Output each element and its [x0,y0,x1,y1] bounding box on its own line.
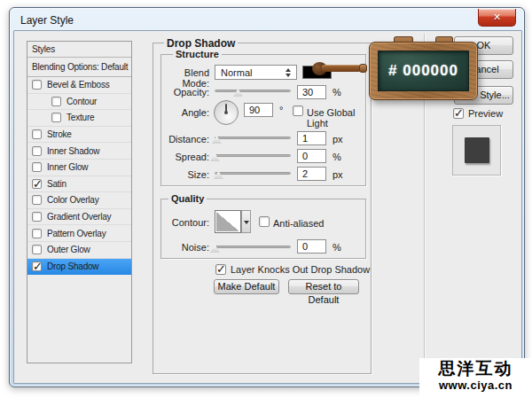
titlebar[interactable]: Layer Style ✕ [10,8,524,30]
spread-slider-track[interactable] [215,154,291,157]
quality-group: Quality Contour: Anti-aliased Noise: 0 % [160,199,366,259]
distance-unit: px [332,134,343,144]
screenshot-stage: Layer Style ✕ Styles Blending Options: D… [0,0,532,398]
spread-input[interactable]: 0 [297,149,326,163]
panel-title: Drop Shadow [164,37,238,50]
paintbrush-handle [322,65,362,72]
chalkboard-surface: # 000000 [378,51,469,91]
sidebar-item-inner-glow[interactable]: Inner Glow [27,160,131,176]
opacity-label: Opacity: [161,87,209,98]
sidebar-item-stroke[interactable]: Stroke [27,127,131,144]
use-global-light-checkbox[interactable] [293,105,303,116]
knockout-row: Layer Knocks Out Drop Shadow [215,264,370,275]
distance-input[interactable]: 1 [297,131,326,145]
sidebar-item-outer-glow[interactable]: Outer Glow [27,242,131,259]
contour-dropdown-arrow[interactable] [241,210,251,233]
watermark-url: www.ciya.cn [419,378,532,392]
size-unit: px [332,169,343,180]
noise-input[interactable]: 0 [297,239,326,254]
spread-label: Spread: [161,152,209,162]
opacity-input[interactable]: 30 [297,85,326,99]
angle-label: Angle: [161,107,209,118]
sidebar-item-color-overlay[interactable]: Color Overlay [27,192,131,209]
sidebar-item-contour[interactable]: Contour [27,94,131,111]
checkbox-pattern-overlay[interactable] [32,229,42,238]
close-icon: ✕ [493,12,501,22]
spread-unit: % [332,152,341,162]
styles-list: Styles Blending Options: Default Bevel &… [27,41,132,363]
angle-dial[interactable] [214,100,239,125]
size-input[interactable]: 2 [297,167,326,181]
chevron-down-icon [244,221,249,224]
contour-label: Contour: [161,217,209,228]
structure-legend: Structure [173,49,222,59]
blend-mode-label: Blend Mode: [161,67,209,89]
checkbox-outer-glow[interactable] [32,245,42,254]
reset-to-default-button[interactable]: Reset to Default [288,279,359,294]
size-slider-track[interactable] [215,172,291,175]
sidebar-item-bevel-emboss[interactable]: Bevel & Emboss [27,77,131,94]
watermark-brand: 思洋互动 [419,358,532,378]
angle-unit: ° [279,105,283,115]
checkbox-texture[interactable] [51,113,61,122]
sidebar-item-inner-shadow[interactable]: Inner Shadow [27,143,131,160]
noise-unit: % [332,242,341,253]
chalkboard-frame: # 000000 [369,42,478,100]
sidebar-item-pattern-overlay[interactable]: Pattern Overlay [27,225,131,242]
preview-row: Preview [453,108,503,119]
opacity-unit: % [332,87,341,98]
checkbox-gradient-overlay[interactable] [32,212,42,222]
contour-picker[interactable] [215,210,241,233]
close-button[interactable]: ✕ [478,9,516,27]
checkbox-inner-glow[interactable] [32,162,42,172]
opacity-slider-track[interactable] [215,90,291,92]
quality-legend: Quality [168,193,207,204]
sidebar-item-blending-options[interactable]: Blending Options: Default [27,58,131,77]
hex-color-text: # 000000 [388,62,458,80]
checkbox-stroke[interactable] [32,129,42,139]
styles-list-header: Styles [27,42,131,58]
preview-checkbox[interactable] [453,108,464,119]
checkbox-contour[interactable] [51,97,61,106]
watermark: 思洋互动 www.ciya.cn [419,358,532,398]
style-preview-swatch [465,137,489,163]
checkbox-bevel-emboss[interactable] [32,80,42,90]
preview-label: Preview [468,108,503,119]
contour-thumbnail [216,212,239,231]
use-global-light-label: Use Global Light [307,107,365,129]
sidebar-item-satin[interactable]: Satin [27,176,131,193]
distance-slider-track[interactable] [215,137,291,139]
structure-group: Structure Blend Mode: Normal Opacity: 30… [160,54,366,186]
drop-shadow-panel: Drop Shadow Structure Blend Mode: Normal… [153,43,372,374]
sidebar-item-gradient-overlay[interactable]: Gradient Overlay [27,209,131,226]
layer-knocks-out-label: Layer Knocks Out Drop Shadow [231,264,370,275]
checkbox-satin[interactable] [32,179,42,189]
sidebar-item-drop-shadow[interactable]: Drop Shadow [27,259,131,276]
checkbox-color-overlay[interactable] [32,195,42,205]
checkbox-drop-shadow[interactable] [32,261,42,271]
anti-aliased-label: Anti-aliased [273,218,324,229]
layer-knocks-out-checkbox[interactable] [215,264,226,275]
chalkboard-overlay: # 000000 [369,35,481,104]
angle-input[interactable]: 90 [244,103,273,117]
stepper-arrows-icon [286,68,292,77]
make-default-button[interactable]: Make Default [214,279,279,294]
paintbrush-cap [359,64,367,73]
distance-label: Distance: [161,134,209,144]
checkbox-inner-shadow[interactable] [32,146,42,156]
blend-mode-select[interactable]: Normal [215,65,297,80]
blend-mode-value: Normal [221,67,252,78]
style-preview-box [452,125,501,176]
anti-aliased-checkbox[interactable] [259,216,270,227]
dialog-title: Layer Style [20,14,74,27]
noise-label: Noise: [161,242,209,253]
size-label: Size: [161,169,209,180]
sidebar-item-texture[interactable]: Texture [27,110,131,127]
noise-slider-track[interactable] [215,246,291,248]
angle-center-dot [224,111,228,114]
